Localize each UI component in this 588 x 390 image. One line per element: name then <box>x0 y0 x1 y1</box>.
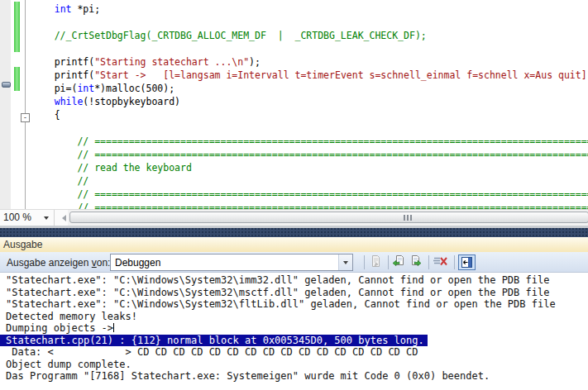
code-line: // <box>31 174 588 188</box>
editor-scroll-row: 100 % <box>0 209 588 228</box>
toolbar-separator <box>428 255 429 269</box>
output-line[interactable]: "Statechart.exe": "C:\Windows\System32\i… <box>6 274 588 287</box>
panel-splitter[interactable] <box>0 228 588 237</box>
output-line[interactable]: Data: < > CD CD CD CD CD CD CD CD CD CD … <box>6 346 588 359</box>
vs-ide-window: - int *pi; //_CrtSetDbgFlag(_CRTDBG_ALLO… <box>0 0 588 390</box>
scroll-left-arrow-icon[interactable] <box>59 215 66 221</box>
code-line: // read the keyboard <box>31 161 588 174</box>
clear-all-button[interactable] <box>433 254 451 269</box>
word-wrap-icon <box>459 255 475 269</box>
outlining-guide-line <box>25 0 26 209</box>
code-line: // =====================================… <box>31 201 588 209</box>
chevron-down-icon <box>44 216 49 222</box>
arrow-right-document-icon <box>409 254 423 268</box>
code-line: printf("Starting statechart ...\n"); <box>31 55 588 69</box>
output-line[interactable]: "Statechart.exe": "C:\Windows\System32\m… <box>6 287 588 299</box>
show-output-from-label: Ausgabe anzeigen von: <box>7 257 110 269</box>
horizontal-scrollbar[interactable] <box>68 210 588 226</box>
next-message-button[interactable] <box>409 254 423 269</box>
margin-dash-marker-icon <box>2 82 11 88</box>
code-line: { <box>31 108 588 121</box>
output-line[interactable]: Dumping objects -> <box>6 322 588 335</box>
code-line: // =====================================… <box>31 135 588 148</box>
code-line: int *pi; <box>31 2 588 16</box>
output-line-highlighted[interactable]: Statechart.cpp(21) : {112} normal block … <box>6 335 588 347</box>
output-line[interactable]: Detected memory leaks! <box>6 311 588 323</box>
zoom-level-dropdown[interactable]: 100 % <box>0 210 55 226</box>
code-editor[interactable]: - int *pi; //_CrtSetDbgFlag(_CRTDBG_ALLO… <box>0 0 588 209</box>
output-source-value: Debuggen <box>115 257 160 269</box>
clear-all-icon <box>433 254 451 268</box>
find-message-icon <box>369 254 384 268</box>
previous-message-button[interactable] <box>392 254 407 269</box>
toolbar-separator <box>454 255 455 269</box>
toggle-word-wrap-button[interactable] <box>458 254 476 270</box>
change-tracking-bar <box>14 2 20 52</box>
scrollbar-grip-icon <box>404 215 413 221</box>
breakpoint-margin[interactable] <box>0 0 11 209</box>
chevron-down-icon[interactable] <box>338 254 352 270</box>
code-line: // =====================================… <box>31 188 588 201</box>
output-line[interactable]: Das Programm "[7168] Statechart.exe: Sys… <box>6 370 588 383</box>
change-tracking-bar <box>14 67 20 91</box>
output-line[interactable]: "Statechart.exe": "C:\Windows\System32\f… <box>6 298 588 311</box>
collapse-region-button[interactable]: - <box>21 113 30 122</box>
output-toolbar: Ausgabe anzeigen von: Debuggen <box>0 252 588 273</box>
output-source-dropdown[interactable]: Debuggen <box>110 254 353 271</box>
output-line[interactable]: Object dump complete. <box>6 359 588 371</box>
code-line <box>31 16 588 29</box>
toolbar-separator <box>388 255 389 269</box>
code-line: printf("Start -> [l=langsam i=Intervall … <box>31 69 588 82</box>
arrow-left-document-icon <box>392 254 407 268</box>
code-line <box>31 121 588 135</box>
scrollbar-thumb[interactable] <box>69 212 588 223</box>
output-panel-header[interactable]: Ausgabe <box>0 237 588 252</box>
output-console[interactable]: "Statechart.exe": "C:\Windows\System32\i… <box>0 273 588 390</box>
text-caret <box>113 323 114 332</box>
code-line: while(!stopbykeyboard) <box>31 95 588 108</box>
toolbar-separator <box>364 255 365 269</box>
zoom-level-value: 100 % <box>3 212 31 223</box>
output-panel-title: Ausgabe <box>3 239 42 250</box>
find-message-button[interactable] <box>369 254 384 269</box>
code-text[interactable]: int *pi; //_CrtSetDbgFlag(_CRTDBG_ALLOC_… <box>31 2 588 209</box>
code-line: //_CrtSetDbgFlag(_CRTDBG_ALLOC_MEM_DF | … <box>31 29 588 42</box>
code-line <box>31 42 588 55</box>
code-line: // =====================================… <box>31 148 588 161</box>
code-line: pi=(int*)malloc(500); <box>31 82 588 95</box>
